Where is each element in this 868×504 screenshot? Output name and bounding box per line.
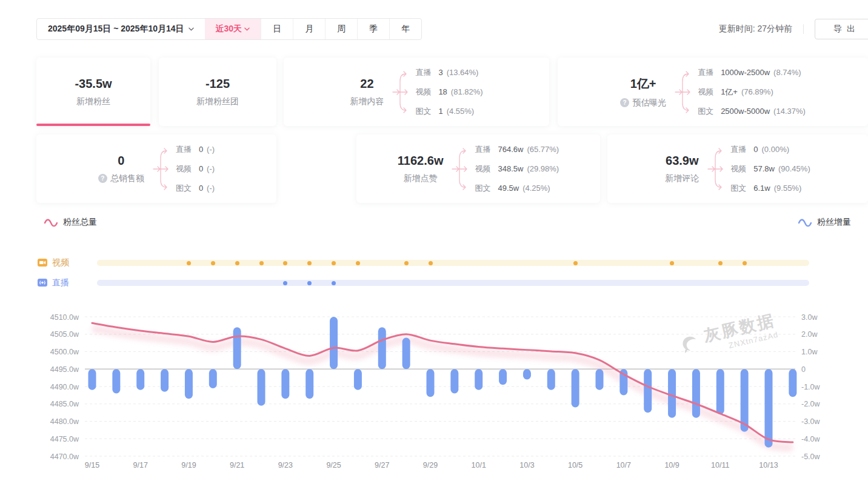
- fans-delta-bar: [378, 327, 386, 369]
- right-axis-tick: 2.0w: [801, 330, 818, 339]
- breakdown-value: 0: [199, 164, 203, 173]
- breakdown-name: 直播: [475, 144, 490, 155]
- video-day-dot[interactable]: [718, 261, 723, 265]
- breakdown-row: 直播0(0.00%): [730, 144, 810, 155]
- breakdown-pct: (-): [207, 164, 215, 173]
- stat-value: 1162.6w: [398, 154, 444, 168]
- stat-card-total-sales[interactable]: 0 总销售额 直播0(-) 视频0(-) 图文0(-): [36, 134, 276, 203]
- video-day-dot[interactable]: [307, 261, 312, 265]
- video-day-dot[interactable]: [259, 261, 264, 265]
- video-day-dot[interactable]: [187, 261, 191, 265]
- fans-delta-bar: [88, 369, 96, 390]
- fans-delta-bar: [112, 369, 120, 393]
- stat-label: 新增粉丝团: [196, 96, 239, 107]
- breakdown-row: 图文49.5w(4.25%): [475, 183, 559, 194]
- right-axis-tick: 3.0w: [801, 313, 818, 322]
- divider: [803, 24, 804, 34]
- tab-season[interactable]: 季: [357, 19, 389, 39]
- breakdown-row: 图文1(4.55%): [415, 106, 482, 117]
- help-icon[interactable]: [98, 174, 107, 183]
- quick-range-label: 近30天: [216, 24, 242, 35]
- stat-label: 新增粉丝: [76, 96, 110, 107]
- fans-delta-bar: [258, 369, 265, 405]
- video-day-dot[interactable]: [332, 261, 336, 265]
- breakdown-name: 图文: [415, 106, 431, 117]
- legend-fans-delta[interactable]: 粉丝增量: [798, 217, 851, 228]
- export-button[interactable]: 导出: [815, 19, 868, 39]
- stat-value: 1亿+: [630, 76, 656, 92]
- breakdown-row: 直播764.6w(65.77%): [475, 144, 559, 155]
- breakdown-pct: (8.74%): [773, 68, 801, 77]
- stat-card-new-fan-club[interactable]: -125 新增粉丝团: [159, 58, 276, 126]
- breakdown-row: 视频1亿+(76.89%): [698, 87, 806, 98]
- date-range-control: 2025年09月15日 ~ 2025年10月14日 近30天 日 月 周 季 年: [36, 18, 422, 40]
- breakdown-pct: (29.98%): [527, 164, 559, 173]
- right-axis-tick: -3.0w: [801, 417, 821, 426]
- help-icon[interactable]: [620, 98, 629, 107]
- x-axis-tick: 10/5: [568, 461, 583, 469]
- x-axis-tick: 9/23: [278, 461, 293, 469]
- stat-card-new-content[interactable]: 22 新增内容 直播3(13.64%) 视频18(81.82%) 图文1(4.5…: [284, 58, 549, 126]
- breakdown-name: 直播: [698, 67, 713, 78]
- tab-year[interactable]: 年: [389, 19, 421, 39]
- video-day-dot[interactable]: [743, 261, 747, 265]
- video-day-dot[interactable]: [235, 261, 239, 265]
- stat-card-new-comments[interactable]: 63.9w 新增评论 直播0(0.00%) 视频57.8w(90.45%) 图文…: [607, 134, 868, 203]
- stat-card-new-likes[interactable]: 1162.6w 新增点赞 直播764.6w(65.77%) 视频348.5w(2…: [356, 134, 600, 203]
- video-day-dot[interactable]: [429, 261, 433, 265]
- fans-delta-bar: [668, 369, 676, 418]
- right-axis-tick: -5.0w: [801, 453, 821, 461]
- video-day-dot[interactable]: [573, 261, 578, 265]
- topbar-right: 更新时间: 27分钟前 导出: [719, 18, 868, 40]
- tab-day[interactable]: 日: [261, 19, 293, 39]
- fans-delta-bar: [547, 369, 555, 390]
- fans-delta-bar: [644, 369, 652, 413]
- fans-delta-bar: [450, 369, 458, 393]
- stat-card-estimated-exposure[interactable]: 1亿+ 预估曝光 直播1000w-2500w(8.74%) 视频1亿+(76.8…: [558, 58, 868, 126]
- timeline-live-track[interactable]: [97, 280, 809, 286]
- legend-fans-total[interactable]: 粉丝总量: [44, 217, 97, 228]
- video-day-dot[interactable]: [283, 261, 287, 265]
- right-axis-tick: -2.0w: [801, 400, 821, 408]
- fans-delta-bars[interactable]: [88, 317, 797, 448]
- timeline-video-track[interactable]: [97, 260, 809, 266]
- breakdown-connector: [707, 142, 726, 196]
- live-day-dot[interactable]: [307, 281, 312, 285]
- video-day-dot[interactable]: [356, 261, 360, 265]
- fans-total-line-glow: [92, 328, 793, 448]
- fans-delta-bar: [765, 369, 773, 447]
- breakdown-row: 直播0(-): [176, 144, 215, 155]
- quick-range-tab[interactable]: 近30天: [205, 19, 261, 39]
- breakdown-row: 直播1000w-2500w(8.74%): [698, 67, 806, 78]
- live-day-dot[interactable]: [332, 281, 336, 285]
- breakdown-row: 图文0(-): [176, 183, 215, 194]
- fans-delta-bar: [136, 369, 144, 390]
- left-axis-tick: 4505.0w: [50, 330, 79, 339]
- live-day-dot[interactable]: [283, 281, 287, 285]
- video-day-dot[interactable]: [670, 261, 674, 265]
- tab-week[interactable]: 周: [325, 19, 357, 39]
- video-day-dot[interactable]: [211, 261, 215, 265]
- video-day-dot[interactable]: [404, 261, 409, 265]
- breakdown-pct: (4.25%): [522, 184, 550, 193]
- breakdown-name: 图文: [730, 183, 746, 194]
- active-tab-underline: [36, 124, 150, 126]
- stat-card-new-fans[interactable]: -35.5w 新增粉丝: [36, 58, 150, 126]
- date-range-picker[interactable]: 2025年09月15日 ~ 2025年10月14日: [37, 19, 205, 39]
- x-axis-tick: 10/1: [472, 461, 486, 469]
- date-range-text: 2025年09月15日 ~ 2025年10月14日: [48, 24, 184, 35]
- breakdown-name: 图文: [176, 183, 192, 194]
- right-axis-tick: -1.0w: [801, 383, 821, 391]
- left-axis-tick: 4480.0w: [50, 417, 79, 426]
- tab-month[interactable]: 月: [293, 19, 325, 39]
- update-time: 更新时间: 27分钟前: [719, 24, 792, 35]
- fans-delta-bar: [523, 369, 531, 379]
- breakdown-value: 6.1w: [753, 184, 770, 193]
- breakdown-connector: [452, 142, 470, 196]
- chart-x-axis: 9/159/179/199/219/239/259/279/2910/110/3…: [85, 461, 778, 469]
- fans-trend-chart[interactable]: 4510.0w3.0w4505.0w2.0w4500.0w1.0w4495.0w…: [0, 303, 868, 492]
- breakdown-pct: (4.55%): [447, 107, 475, 116]
- breakdown-row: 视频57.8w(90.45%): [730, 164, 810, 174]
- x-axis-tick: 9/21: [230, 461, 244, 469]
- live-icon: [38, 279, 47, 287]
